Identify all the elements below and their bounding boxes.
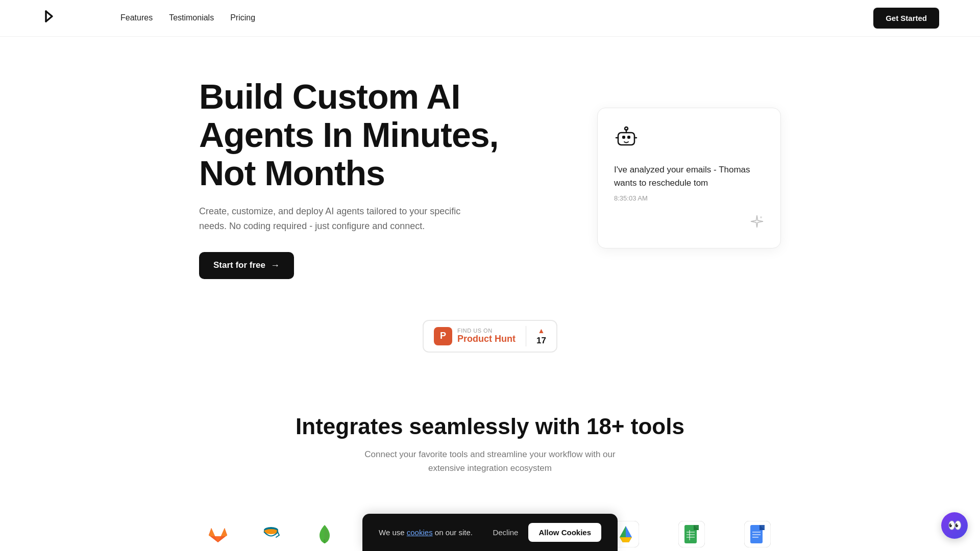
ph-text-group: FIND US ON Product Hunt	[457, 328, 516, 344]
demo-card: I've analyzed your emails - Thomas wants…	[597, 108, 781, 248]
product-hunt-section: P FIND US ON Product Hunt ▲ 17	[0, 310, 980, 383]
allow-cookies-button[interactable]: Allow Cookies	[528, 523, 601, 542]
ph-left: P FIND US ON Product Hunt	[434, 327, 516, 345]
chat-icon: 👀	[948, 519, 962, 532]
ph-p-icon: P	[434, 327, 452, 345]
logo	[41, 7, 59, 29]
svg-point-7	[760, 216, 762, 218]
ph-upvote-arrow: ▲	[538, 327, 545, 335]
svg-rect-2	[627, 136, 630, 139]
get-started-button[interactable]: Get Started	[873, 8, 939, 29]
cookie-banner: We use cookies on our site. Decline Allo…	[362, 514, 618, 551]
cookie-message: We use cookies on our site.	[379, 528, 474, 537]
card-message: I've analyzed your emails - Thomas wants…	[614, 163, 764, 189]
svg-point-4	[625, 127, 628, 130]
start-free-button[interactable]: Start for free →	[199, 252, 294, 279]
card-time: 8:35:03 AM	[614, 194, 764, 202]
nav-left: Features Testimonials Pricing	[41, 0, 296, 37]
tool-mysql: MySQL	[257, 520, 285, 551]
cookie-actions: Decline Allow Cookies	[491, 523, 601, 542]
gdocs-icon	[743, 520, 772, 548]
arrow-icon: →	[271, 260, 280, 271]
decline-button[interactable]: Decline	[491, 524, 520, 541]
tool-gdocs: Google Docs	[738, 520, 776, 551]
tool-mongodb: MongoDB	[310, 520, 339, 551]
ph-vote-count: 17	[536, 336, 546, 346]
hero-subtitle: Create, customize, and deploy AI agents …	[199, 204, 464, 234]
tool-gitlab: GitLab	[204, 520, 232, 551]
nav-features[interactable]: Features	[120, 13, 153, 22]
ph-find-label: FIND US ON	[457, 328, 516, 334]
start-free-label: Start for free	[213, 260, 265, 270]
tool-gsheets: Google Sheets	[670, 520, 714, 551]
ph-divider	[526, 326, 526, 346]
gsheets-icon	[677, 520, 706, 548]
gitlab-icon	[204, 520, 232, 548]
svg-rect-1	[622, 136, 625, 139]
sparkle-icon	[614, 214, 764, 232]
integrations-title: Integrates seamlessly with 18+ tools	[41, 414, 939, 439]
robot-icon	[614, 124, 764, 153]
hero-content: Build Custom AI Agents In Minutes, Not M…	[199, 78, 536, 279]
nav-pricing[interactable]: Pricing	[230, 13, 255, 22]
navbar: Features Testimonials Pricing Get Starte…	[0, 0, 980, 37]
ph-votes: ▲ 17	[536, 327, 546, 346]
mongodb-icon	[310, 520, 339, 548]
mysql-icon	[257, 520, 285, 548]
hero-section: Build Custom AI Agents In Minutes, Not M…	[158, 37, 822, 310]
nav-links: Features Testimonials Pricing	[80, 0, 296, 37]
integrations-section: Integrates seamlessly with 18+ tools Con…	[0, 383, 980, 520]
hero-title: Build Custom AI Agents In Minutes, Not M…	[199, 78, 536, 192]
chat-widget[interactable]: 👀	[941, 512, 968, 539]
product-hunt-badge[interactable]: P FIND US ON Product Hunt ▲ 17	[423, 320, 557, 353]
ph-name: Product Hunt	[457, 334, 516, 344]
cookie-link[interactable]: cookies	[407, 528, 433, 537]
svg-rect-8	[205, 521, 231, 547]
nav-testimonials[interactable]: Testimonials	[169, 13, 214, 22]
integrations-subtitle: Connect your favorite tools and streamli…	[357, 447, 623, 475]
